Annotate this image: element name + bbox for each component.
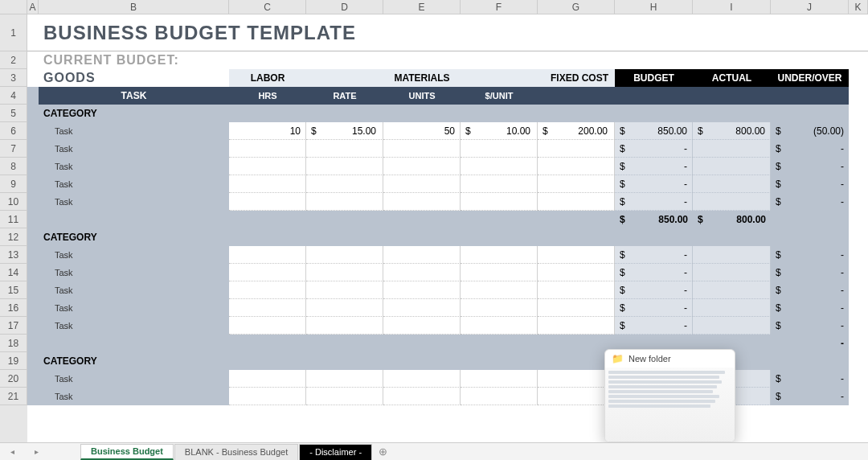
cell-input[interactable] xyxy=(229,158,306,175)
cell-input[interactable] xyxy=(306,246,383,264)
select-all-corner[interactable] xyxy=(0,0,27,14)
row-header-13[interactable]: 13 xyxy=(0,246,27,264)
cell-input[interactable] xyxy=(383,388,461,405)
col-header-K[interactable]: K xyxy=(849,0,868,14)
cell-input[interactable] xyxy=(229,175,306,193)
cell-actual[interactable]: $800.00 xyxy=(693,122,771,140)
row-header-14[interactable]: 14 xyxy=(0,264,27,281)
row-header-12[interactable]: 12 xyxy=(0,228,27,246)
col-header-C[interactable]: C xyxy=(229,0,306,14)
col-header-F[interactable]: F xyxy=(461,0,538,14)
cell-under-over[interactable]: $- xyxy=(771,317,849,335)
cell-input[interactable] xyxy=(383,281,461,299)
cell-under-over[interactable]: $- xyxy=(771,193,849,211)
cell-input[interactable] xyxy=(229,388,306,405)
row-header-10[interactable]: 10 xyxy=(0,193,27,211)
cell-input[interactable] xyxy=(461,193,538,211)
cell-budget[interactable]: $- xyxy=(615,264,693,281)
cell-input[interactable] xyxy=(229,140,306,158)
cell-actual[interactable] xyxy=(693,317,771,335)
cell-input[interactable] xyxy=(461,264,538,281)
cell-under-over[interactable]: $- xyxy=(771,140,849,158)
cell-input[interactable] xyxy=(306,193,383,211)
cell-budget[interactable]: $850.00 xyxy=(615,122,693,140)
cell-actual[interactable] xyxy=(693,140,771,158)
cell-budget[interactable]: $- xyxy=(615,193,693,211)
cell-budget[interactable]: $- xyxy=(615,158,693,175)
taskbar-preview-popup[interactable]: 📁 New folder xyxy=(604,349,735,442)
col-header-I[interactable]: I xyxy=(693,0,771,14)
row-header-19[interactable]: 19 xyxy=(0,352,27,370)
cell-actual[interactable] xyxy=(693,281,771,299)
cell-input[interactable] xyxy=(538,140,615,158)
col-header-D[interactable]: D xyxy=(306,0,383,14)
cell-input[interactable] xyxy=(306,264,383,281)
cell-budget[interactable]: $- xyxy=(615,140,693,158)
cell-input[interactable] xyxy=(538,158,615,175)
cell-under-over[interactable]: $- xyxy=(771,264,849,281)
row-header-9[interactable]: 9 xyxy=(0,175,27,193)
col-header-B[interactable]: B xyxy=(39,0,229,14)
row-header-11[interactable]: 11 xyxy=(0,211,27,228)
cell-input[interactable] xyxy=(383,264,461,281)
cell-input[interactable] xyxy=(538,299,615,317)
cell-input[interactable] xyxy=(383,246,461,264)
cell-input[interactable] xyxy=(461,370,538,388)
tab-nav-next[interactable]: ▸ xyxy=(24,447,48,456)
cell-actual[interactable] xyxy=(693,246,771,264)
col-header-J[interactable]: J xyxy=(771,0,849,14)
cell-input[interactable] xyxy=(383,193,461,211)
sheet-tab-business-budget[interactable]: Business Budget xyxy=(80,444,174,460)
cell-units[interactable]: 50 xyxy=(383,122,461,140)
cell-input[interactable] xyxy=(538,317,615,335)
cell-input[interactable] xyxy=(306,281,383,299)
cell-input[interactable] xyxy=(306,388,383,405)
cell-input[interactable] xyxy=(306,175,383,193)
cell-input[interactable] xyxy=(538,281,615,299)
row-header-7[interactable]: 7 xyxy=(0,140,27,158)
cell-per-unit[interactable]: $10.00 xyxy=(461,122,538,140)
row-header-16[interactable]: 16 xyxy=(0,299,27,317)
sheet-tab-blank[interactable]: BLANK - Business Budget xyxy=(174,444,298,460)
cell-under-over[interactable]: $- xyxy=(771,388,849,405)
cell-input[interactable] xyxy=(383,317,461,335)
cell-input[interactable] xyxy=(306,140,383,158)
cell-hrs[interactable]: 10 xyxy=(229,122,306,140)
row-header-4[interactable]: 4 xyxy=(0,87,27,105)
cell-input[interactable] xyxy=(383,158,461,175)
cell-input[interactable] xyxy=(383,370,461,388)
add-sheet-button[interactable]: ⊕ xyxy=(373,446,392,458)
cell-budget[interactable]: $- xyxy=(615,281,693,299)
row-header-15[interactable]: 15 xyxy=(0,281,27,299)
cell-input[interactable] xyxy=(538,175,615,193)
cell-input[interactable] xyxy=(383,175,461,193)
row-header-8[interactable]: 8 xyxy=(0,158,27,175)
row-header-17[interactable]: 17 xyxy=(0,317,27,335)
row-header-3[interactable]: 3 xyxy=(0,69,27,87)
row-header-2[interactable]: 2 xyxy=(0,51,27,69)
cell-budget[interactable]: $- xyxy=(615,317,693,335)
cell-input[interactable] xyxy=(229,370,306,388)
cell-under-over[interactable]: $- xyxy=(771,246,849,264)
cell-under-over[interactable]: $(50.00) xyxy=(771,122,849,140)
cell-input[interactable] xyxy=(229,264,306,281)
cell-input[interactable] xyxy=(461,317,538,335)
cell-under-over[interactable]: $- xyxy=(771,299,849,317)
cell-actual[interactable] xyxy=(693,264,771,281)
cell-input[interactable] xyxy=(306,370,383,388)
cell-under-over[interactable]: $- xyxy=(771,175,849,193)
cell-input[interactable] xyxy=(306,299,383,317)
row-header-20[interactable]: 20 xyxy=(0,370,27,388)
cell-input[interactable] xyxy=(461,299,538,317)
cell-under-over[interactable]: $- xyxy=(771,281,849,299)
cell-input[interactable] xyxy=(538,388,615,405)
cell-under-over[interactable]: $- xyxy=(771,158,849,175)
cell-input[interactable] xyxy=(306,317,383,335)
cell-input[interactable] xyxy=(383,299,461,317)
cell-budget[interactable]: $- xyxy=(615,299,693,317)
cell-actual[interactable] xyxy=(693,158,771,175)
cell-fixed[interactable]: $200.00 xyxy=(538,122,615,140)
col-header-A[interactable]: A xyxy=(27,0,39,14)
row-header-5[interactable]: 5 xyxy=(0,105,27,122)
cell-actual[interactable] xyxy=(693,175,771,193)
